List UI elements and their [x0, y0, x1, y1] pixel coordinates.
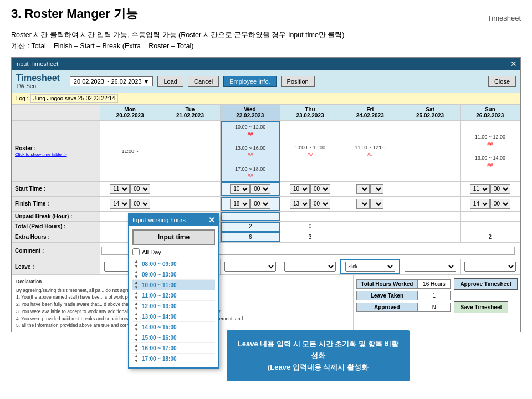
input-working-hours-popup: Input working hours ✕ Input time All Day…: [128, 213, 219, 369]
start-min-fri[interactable]: [370, 184, 383, 194]
time-arrow-up-0800[interactable]: ▲▼: [132, 259, 140, 269]
time-label-1700[interactable]: 17:00 ~ 18:00: [140, 355, 215, 363]
description: Roster 시간 클릭하여 시간 입력 가능, 수동입력 가능 (Roster…: [0, 25, 532, 57]
page-subtitle: Timesheet: [488, 14, 521, 22]
time-arrow-up-1100[interactable]: ▲▼: [132, 290, 140, 300]
roster-cell-mon[interactable]: 11:00 ~: [100, 121, 160, 182]
time-arrow-up-1600[interactable]: ▲▼: [132, 343, 140, 353]
start-min-wed[interactable]: 00: [250, 184, 270, 194]
approve-timesheet-button[interactable]: Approve Timesheet: [454, 278, 518, 290]
time-item-1100: ▲▼ 11:00 ~ 12:00: [132, 290, 215, 301]
popup-body: Input time All Day ▲▼ 08:00 ~ 09:00 ▲▼ 0…: [129, 226, 218, 367]
roster-cell-wed[interactable]: 10:00 ~ 12:00 ## 13:00 ~ 16:00 ## 17:00 …: [221, 121, 280, 182]
finish-hour-thu[interactable]: 13: [290, 199, 310, 209]
start-min-mon[interactable]: 00: [130, 184, 150, 194]
leave-cell-sun[interactable]: [461, 259, 520, 274]
time-arrow-up-1700[interactable]: ▲▼: [132, 354, 140, 364]
leave-select-thu[interactable]: [284, 262, 336, 272]
leave-select-wed[interactable]: [224, 262, 276, 272]
start-time-label: Start Time :: [12, 182, 100, 196]
start-min-thu[interactable]: 00: [310, 184, 330, 194]
start-time-tue: [160, 182, 220, 196]
empty-header: [12, 105, 100, 121]
start-hour-mon[interactable]: 11: [110, 184, 130, 194]
day-header-thu: Thu23.02.2023: [280, 105, 340, 121]
finish-time-thu[interactable]: 13 00: [280, 197, 340, 211]
time-item-1700: ▲▼ 17:00 ~ 18:00: [132, 354, 215, 364]
allday-checkbox[interactable]: [132, 248, 140, 255]
leave-cell-thu[interactable]: [280, 259, 340, 274]
load-button[interactable]: Load: [157, 76, 183, 87]
start-time-mon[interactable]: 11 00: [100, 182, 160, 196]
window-close-icon[interactable]: ✕: [510, 59, 517, 68]
finish-time-mon[interactable]: 14 00: [100, 197, 160, 211]
finish-hour-fri[interactable]: [356, 199, 370, 209]
time-label-1300[interactable]: 13:00 ~ 14:00: [140, 313, 215, 321]
time-label-1000[interactable]: 10:00 ~ 11:00: [140, 281, 215, 289]
finish-hour-sun[interactable]: 14: [470, 199, 490, 209]
roster-cell-thu[interactable]: 10:00 ~ 13:00 ##: [280, 121, 340, 182]
day-header-wed: Wed22.02.2023: [221, 105, 280, 121]
start-hour-sun[interactable]: 11: [470, 184, 490, 194]
time-arrow-up-0900[interactable]: ▲▼: [132, 269, 140, 279]
finish-time-sun[interactable]: 14 00: [461, 197, 520, 211]
time-arrow-up-1200[interactable]: ▲▼: [132, 301, 140, 311]
time-item-1600: ▲▼ 16:00 ~ 17:00: [132, 343, 215, 354]
finish-min-wed[interactable]: 00: [250, 199, 270, 209]
employee-info-button[interactable]: Employee Info.: [223, 76, 276, 87]
finish-min-thu[interactable]: 00: [310, 199, 330, 209]
start-time-row: Start Time : 11 00 10 00 10 00 11 00: [12, 182, 520, 197]
start-time-sun[interactable]: 11 00: [461, 182, 520, 196]
finish-hour-mon[interactable]: 14: [110, 199, 130, 209]
time-arrow-up-1000[interactable]: ▲▼: [132, 280, 140, 290]
day-header-fri: Fri24.02.2023: [340, 105, 400, 121]
time-arrow-up-1300[interactable]: ▲▼: [132, 311, 140, 321]
show-timetable-link[interactable]: Click to show time table ->: [15, 152, 67, 157]
time-list: ▲▼ 08:00 ~ 09:00 ▲▼ 09:00 ~ 10:00 ▲▼ 10:…: [132, 259, 215, 364]
finish-hour-wed[interactable]: 18: [230, 199, 250, 209]
start-hour-wed[interactable]: 10: [230, 184, 250, 194]
start-time-wed[interactable]: 10 00: [221, 182, 280, 196]
input-time-button[interactable]: Input time: [132, 229, 215, 245]
roster-cell-sun[interactable]: 11:00 ~ 12:00 ## 13:00 ~ 14:00 ##: [461, 121, 520, 182]
time-label-0800[interactable]: 08:00 ~ 09:00: [140, 260, 215, 268]
finish-min-sun[interactable]: 00: [490, 199, 510, 209]
time-label-1200[interactable]: 12:00 ~ 13:00: [140, 302, 215, 310]
finish-min-fri[interactable]: [370, 199, 383, 209]
start-time-thu[interactable]: 10 00: [280, 182, 340, 196]
save-timesheet-button[interactable]: Save Timesheet: [454, 301, 508, 313]
popup-close-icon[interactable]: ✕: [208, 216, 215, 224]
leave-cell-fri[interactable]: Sick: [340, 259, 400, 274]
start-hour-thu[interactable]: 10: [290, 184, 310, 194]
date-range-box[interactable]: 20.02.2023 ~ 26.02.2023 ▼: [70, 76, 154, 86]
position-button[interactable]: Position: [281, 76, 315, 87]
day-headers: Mon20.02.2023 Tue21.02.2023 Wed22.02.202…: [12, 104, 520, 121]
finish-min-mon[interactable]: 00: [130, 199, 150, 209]
leave-cell-wed[interactable]: [221, 259, 280, 274]
leave-select-sat[interactable]: [405, 262, 456, 272]
total-hours-value: 16 Hours: [417, 279, 451, 289]
total-hours-row: Total Hours Worked 16 Hours Approve Time…: [356, 278, 518, 290]
start-min-sun[interactable]: 00: [490, 184, 510, 194]
time-label-1500[interactable]: 15:00 ~ 16:00: [140, 334, 215, 342]
roster-label: Roster : Click to show time table ->: [12, 121, 100, 182]
close-button[interactable]: Close: [488, 76, 516, 87]
time-label-1400[interactable]: 14:00 ~ 15:00: [140, 323, 215, 331]
start-hour-fri[interactable]: [356, 184, 370, 194]
leave-taken-label: Leave Taken: [356, 291, 417, 300]
start-time-fri[interactable]: [340, 182, 400, 196]
cancel-button[interactable]: Cancel: [188, 76, 219, 87]
finish-time-fri[interactable]: [340, 197, 400, 211]
time-item-1300: ▲▼ 13:00 ~ 14:00: [132, 311, 215, 322]
time-label-1600[interactable]: 16:00 ~ 17:00: [140, 344, 215, 352]
time-label-1100[interactable]: 11:00 ~ 12:00: [140, 291, 215, 300]
leave-cell-sat[interactable]: [400, 259, 460, 274]
roster-cell-fri[interactable]: 11:00 ~ 12:00 ##: [340, 121, 400, 182]
time-arrow-up-1400[interactable]: ▲▼: [132, 322, 140, 332]
time-arrow-up-1500[interactable]: ▲▼: [132, 332, 140, 342]
leave-select-fri[interactable]: Sick: [345, 262, 395, 272]
time-label-0900[interactable]: 09:00 ~ 10:00: [140, 270, 215, 279]
extra-hours-fri: [340, 232, 400, 242]
leave-select-sun[interactable]: [464, 262, 516, 272]
finish-time-wed[interactable]: 18 00: [221, 197, 280, 211]
